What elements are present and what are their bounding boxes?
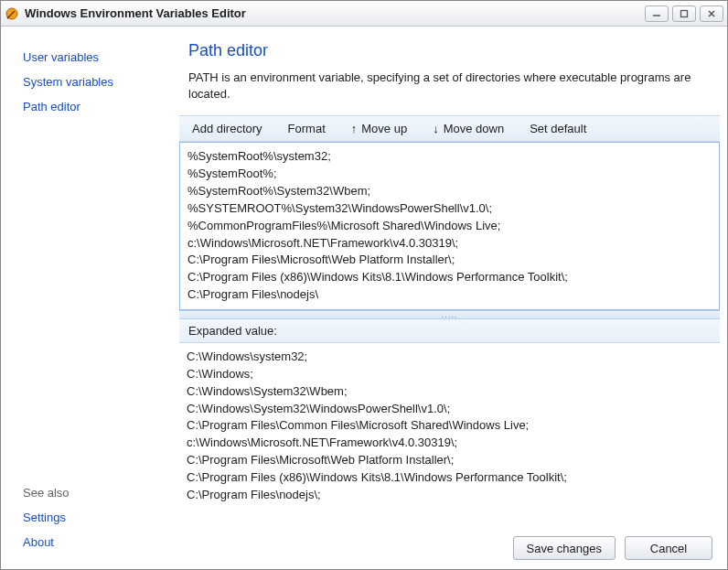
toolbar-label: Format xyxy=(288,122,326,135)
expanded-entry: C:\Windows; xyxy=(187,366,712,383)
toolbar-label: Move up xyxy=(361,122,407,135)
path-entry[interactable]: %SYSTEMROOT%\System32\WindowsPowerShell\… xyxy=(187,200,712,218)
sidebar-item-user-variables[interactable]: User variables xyxy=(19,45,162,70)
close-button[interactable] xyxy=(700,5,723,22)
expanded-entry: C:\Program Files\Microsoft\Web Platform … xyxy=(187,452,712,469)
path-entry[interactable]: %SystemRoot%\system32; xyxy=(187,148,712,166)
expanded-entry: C:\Windows\System32\Wbem; xyxy=(187,383,712,401)
path-entry[interactable]: c:\Windows\Microsoft.NET\Framework\v4.0.… xyxy=(187,235,712,253)
move-down-button[interactable]: ↓ Move down xyxy=(433,122,504,135)
cancel-button[interactable]: Cancel xyxy=(625,536,712,560)
toolbar-label: Move down xyxy=(444,122,504,135)
expanded-entry: C:\Program Files\nodejs\; xyxy=(187,487,712,504)
save-changes-button[interactable]: Save changes xyxy=(513,536,616,560)
path-entry[interactable]: C:\Program Files (x86)\Windows Kits\8.1\… xyxy=(187,269,712,286)
expanded-entry: c:\Windows\Microsoft.NET\Framework\v4.0.… xyxy=(187,435,712,452)
path-entry[interactable]: C:\Program Files\nodejs\ xyxy=(187,286,712,304)
path-entry[interactable]: C:\Program Files\Microsoft\Web Platform … xyxy=(187,252,712,269)
expanded-value-header: Expanded value: xyxy=(179,319,720,343)
arrow-up-icon: ↑ xyxy=(351,122,358,135)
titlebar[interactable]: Windows Environment Variables Editor xyxy=(1,1,727,27)
app-icon xyxy=(5,6,19,21)
sidebar: User variables System variables Path edi… xyxy=(8,36,173,564)
expanded-entry: C:\Program Files\Common Files\Microsoft … xyxy=(187,417,712,435)
sidebar-item-path-editor[interactable]: Path editor xyxy=(19,94,162,119)
page-title: Path editor xyxy=(188,41,711,60)
page-description: PATH is an environment variable, specify… xyxy=(188,70,711,102)
window-title: Windows Environment Variables Editor xyxy=(25,6,645,20)
format-button[interactable]: Format xyxy=(288,122,326,135)
move-up-button[interactable]: ↑ Move up xyxy=(351,122,407,135)
add-directory-button[interactable]: Add directory xyxy=(192,122,262,135)
minimize-button[interactable] xyxy=(645,5,669,22)
expanded-entry: C:\Windows\System32\WindowsPowerShell\v1… xyxy=(187,401,712,418)
maximize-button[interactable] xyxy=(672,5,696,22)
expanded-value-box: C:\Windows\system32;C:\Windows;C:\Window… xyxy=(179,343,720,527)
path-entry[interactable]: %SystemRoot%\System32\Wbem; xyxy=(187,183,712,200)
sidebar-item-settings[interactable]: Settings xyxy=(19,505,162,530)
arrow-down-icon: ↓ xyxy=(433,122,439,135)
see-also-label: See also xyxy=(19,480,162,505)
window-controls xyxy=(645,5,723,22)
splitter-handle[interactable]: ..... xyxy=(179,310,720,319)
expanded-entry: C:\Program Files (x86)\Windows Kits\8.1\… xyxy=(187,469,712,487)
path-entry[interactable]: %CommonProgramFiles%\Microsoft Shared\Wi… xyxy=(187,218,712,235)
expanded-entry: C:\Windows\system32; xyxy=(187,349,712,366)
toolbar-label: Add directory xyxy=(192,122,262,135)
set-default-button[interactable]: Set default xyxy=(530,122,586,135)
svg-rect-2 xyxy=(681,10,688,16)
path-editor-textbox[interactable]: %SystemRoot%\system32;%SystemRoot%;%Syst… xyxy=(179,142,720,310)
toolbar: Add directory Format ↑ Move up ↓ Move do… xyxy=(179,115,720,142)
path-entry[interactable]: %SystemRoot%; xyxy=(187,166,712,183)
footer-buttons: Save changes Cancel xyxy=(179,527,720,564)
main-panel: Path editor PATH is an environment varia… xyxy=(173,36,720,564)
sidebar-item-system-variables[interactable]: System variables xyxy=(19,70,162,94)
toolbar-label: Set default xyxy=(530,122,586,135)
main-header: Path editor PATH is an environment varia… xyxy=(179,36,720,115)
sidebar-item-about[interactable]: About xyxy=(19,530,162,554)
